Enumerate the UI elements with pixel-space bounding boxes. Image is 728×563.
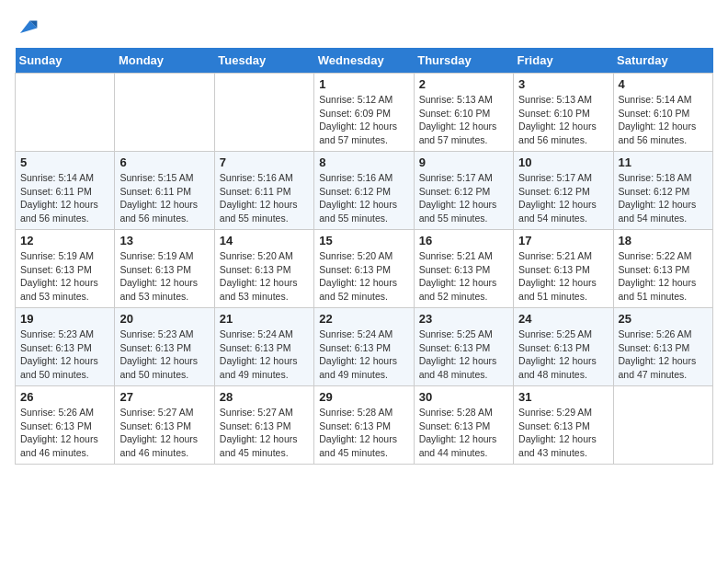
weekday-header-sunday: Sunday [16, 48, 115, 74]
calendar-cell: 20Sunrise: 5:23 AMSunset: 6:13 PMDayligh… [115, 308, 214, 386]
day-number: 3 [518, 77, 608, 91]
day-info: Sunrise: 5:17 AMSunset: 6:12 PMDaylight:… [419, 171, 508, 225]
weekday-header-saturday: Saturday [613, 48, 712, 74]
calendar-cell: 30Sunrise: 5:28 AMSunset: 6:13 PMDayligh… [414, 386, 513, 465]
day-number: 22 [319, 312, 408, 326]
day-number: 11 [619, 155, 708, 169]
page-header [15, 15, 713, 37]
calendar-cell: 17Sunrise: 5:21 AMSunset: 6:13 PMDayligh… [514, 230, 613, 308]
day-number: 4 [619, 77, 708, 91]
day-info: Sunrise: 5:20 AMSunset: 6:13 PMDaylight:… [220, 249, 309, 304]
calendar-cell: 11Sunrise: 5:18 AMSunset: 6:12 PMDayligh… [613, 152, 712, 230]
day-number: 10 [518, 155, 608, 169]
day-info: Sunrise: 5:19 AMSunset: 6:13 PMDaylight:… [119, 249, 209, 304]
calendar-cell [115, 74, 214, 152]
day-info: Sunrise: 5:17 AMSunset: 6:12 PMDaylight:… [518, 171, 608, 225]
calendar-cell: 15Sunrise: 5:20 AMSunset: 6:13 PMDayligh… [314, 230, 414, 308]
weekday-header-wednesday: Wednesday [314, 48, 414, 74]
calendar-cell: 28Sunrise: 5:27 AMSunset: 6:13 PMDayligh… [214, 386, 313, 465]
day-number: 25 [619, 312, 708, 326]
calendar-week-row: 1Sunrise: 5:12 AMSunset: 6:09 PMDaylight… [16, 74, 713, 152]
calendar-cell: 24Sunrise: 5:25 AMSunset: 6:13 PMDayligh… [514, 308, 613, 386]
logo [15, 15, 39, 37]
calendar-cell: 27Sunrise: 5:27 AMSunset: 6:13 PMDayligh… [115, 386, 214, 465]
calendar-cell: 3Sunrise: 5:13 AMSunset: 6:10 PMDaylight… [514, 74, 613, 152]
weekday-header-friday: Friday [514, 48, 613, 74]
calendar-cell: 7Sunrise: 5:16 AMSunset: 6:11 PMDaylight… [214, 152, 313, 230]
calendar-week-row: 26Sunrise: 5:26 AMSunset: 6:13 PMDayligh… [16, 386, 713, 465]
day-number: 2 [419, 77, 508, 91]
day-number: 26 [20, 390, 109, 404]
day-number: 12 [20, 234, 109, 247]
calendar-cell [16, 74, 115, 152]
day-number: 15 [319, 234, 408, 247]
day-number: 16 [419, 234, 508, 247]
day-info: Sunrise: 5:21 AMSunset: 6:13 PMDaylight:… [419, 249, 508, 304]
day-info: Sunrise: 5:20 AMSunset: 6:13 PMDaylight:… [319, 249, 408, 304]
calendar-cell: 25Sunrise: 5:26 AMSunset: 6:13 PMDayligh… [613, 308, 712, 386]
day-info: Sunrise: 5:23 AMSunset: 6:13 PMDaylight:… [119, 327, 209, 382]
day-info: Sunrise: 5:26 AMSunset: 6:13 PMDaylight:… [20, 406, 109, 460]
calendar-cell: 23Sunrise: 5:25 AMSunset: 6:13 PMDayligh… [414, 308, 513, 386]
calendar-cell: 19Sunrise: 5:23 AMSunset: 6:13 PMDayligh… [16, 308, 115, 386]
day-number: 14 [220, 234, 309, 247]
calendar-week-row: 12Sunrise: 5:19 AMSunset: 6:13 PMDayligh… [16, 230, 713, 308]
day-number: 7 [220, 155, 309, 169]
day-info: Sunrise: 5:24 AMSunset: 6:13 PMDaylight:… [220, 327, 309, 382]
calendar-cell [613, 386, 712, 465]
day-number: 30 [419, 390, 508, 404]
day-info: Sunrise: 5:28 AMSunset: 6:13 PMDaylight:… [419, 406, 508, 460]
day-info: Sunrise: 5:15 AMSunset: 6:11 PMDaylight:… [119, 171, 209, 225]
day-number: 6 [119, 155, 209, 169]
day-number: 20 [119, 312, 209, 326]
day-info: Sunrise: 5:22 AMSunset: 6:13 PMDaylight:… [619, 249, 708, 304]
day-info: Sunrise: 5:25 AMSunset: 6:13 PMDaylight:… [419, 327, 508, 382]
calendar-cell: 6Sunrise: 5:15 AMSunset: 6:11 PMDaylight… [115, 152, 214, 230]
calendar-cell: 2Sunrise: 5:13 AMSunset: 6:10 PMDaylight… [414, 74, 513, 152]
day-info: Sunrise: 5:13 AMSunset: 6:10 PMDaylight:… [419, 93, 508, 147]
calendar-cell: 14Sunrise: 5:20 AMSunset: 6:13 PMDayligh… [214, 230, 313, 308]
day-info: Sunrise: 5:14 AMSunset: 6:11 PMDaylight:… [20, 171, 109, 225]
day-number: 21 [220, 312, 309, 326]
calendar-cell: 4Sunrise: 5:14 AMSunset: 6:10 PMDaylight… [613, 74, 712, 152]
weekday-header-tuesday: Tuesday [214, 48, 313, 74]
calendar-cell: 13Sunrise: 5:19 AMSunset: 6:13 PMDayligh… [115, 230, 214, 308]
calendar-cell [214, 74, 313, 152]
day-number: 13 [119, 234, 209, 247]
day-info: Sunrise: 5:27 AMSunset: 6:13 PMDaylight:… [220, 406, 309, 460]
day-info: Sunrise: 5:18 AMSunset: 6:12 PMDaylight:… [619, 171, 708, 225]
day-number: 8 [319, 155, 408, 169]
day-info: Sunrise: 5:21 AMSunset: 6:13 PMDaylight:… [518, 249, 608, 304]
calendar-cell: 29Sunrise: 5:28 AMSunset: 6:13 PMDayligh… [314, 386, 414, 465]
day-info: Sunrise: 5:29 AMSunset: 6:13 PMDaylight:… [518, 406, 608, 460]
day-info: Sunrise: 5:16 AMSunset: 6:11 PMDaylight:… [220, 171, 309, 225]
calendar-week-row: 5Sunrise: 5:14 AMSunset: 6:11 PMDaylight… [16, 152, 713, 230]
day-number: 5 [20, 155, 109, 169]
logo-icon [17, 15, 39, 37]
day-number: 19 [20, 312, 109, 326]
calendar-cell: 10Sunrise: 5:17 AMSunset: 6:12 PMDayligh… [514, 152, 613, 230]
day-number: 18 [619, 234, 708, 247]
calendar-cell: 16Sunrise: 5:21 AMSunset: 6:13 PMDayligh… [414, 230, 513, 308]
day-info: Sunrise: 5:16 AMSunset: 6:12 PMDaylight:… [319, 171, 408, 225]
day-number: 23 [419, 312, 508, 326]
weekday-header-monday: Monday [115, 48, 214, 74]
day-number: 31 [518, 390, 608, 404]
day-info: Sunrise: 5:24 AMSunset: 6:13 PMDaylight:… [319, 327, 408, 382]
day-number: 1 [319, 77, 408, 91]
day-info: Sunrise: 5:27 AMSunset: 6:13 PMDaylight:… [119, 406, 209, 460]
day-info: Sunrise: 5:12 AMSunset: 6:09 PMDaylight:… [319, 93, 408, 147]
calendar-cell: 12Sunrise: 5:19 AMSunset: 6:13 PMDayligh… [16, 230, 115, 308]
calendar-cell: 31Sunrise: 5:29 AMSunset: 6:13 PMDayligh… [514, 386, 613, 465]
calendar-cell: 21Sunrise: 5:24 AMSunset: 6:13 PMDayligh… [214, 308, 313, 386]
calendar-cell: 8Sunrise: 5:16 AMSunset: 6:12 PMDaylight… [314, 152, 414, 230]
calendar-week-row: 19Sunrise: 5:23 AMSunset: 6:13 PMDayligh… [16, 308, 713, 386]
day-info: Sunrise: 5:25 AMSunset: 6:13 PMDaylight:… [518, 327, 608, 382]
calendar-cell: 1Sunrise: 5:12 AMSunset: 6:09 PMDaylight… [314, 74, 414, 152]
calendar-cell: 22Sunrise: 5:24 AMSunset: 6:13 PMDayligh… [314, 308, 414, 386]
calendar-cell: 5Sunrise: 5:14 AMSunset: 6:11 PMDaylight… [16, 152, 115, 230]
calendar-cell: 26Sunrise: 5:26 AMSunset: 6:13 PMDayligh… [16, 386, 115, 465]
day-number: 17 [518, 234, 608, 247]
day-info: Sunrise: 5:14 AMSunset: 6:10 PMDaylight:… [619, 93, 708, 147]
day-number: 29 [319, 390, 408, 404]
